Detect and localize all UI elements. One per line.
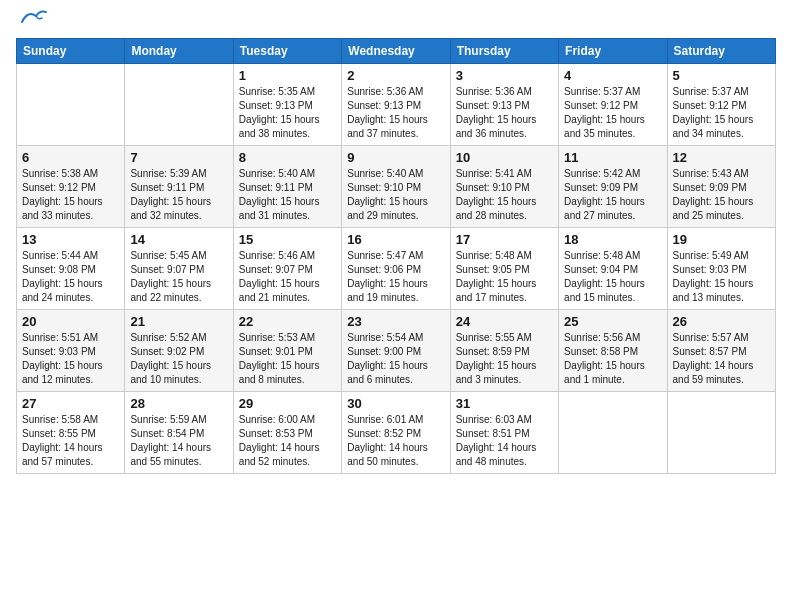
calendar-week-row: 1Sunrise: 5:35 AM Sunset: 9:13 PM Daylig… <box>17 64 776 146</box>
calendar-cell: 4Sunrise: 5:37 AM Sunset: 9:12 PM Daylig… <box>559 64 667 146</box>
day-number: 6 <box>22 150 119 165</box>
day-number: 12 <box>673 150 770 165</box>
calendar-cell: 16Sunrise: 5:47 AM Sunset: 9:06 PM Dayli… <box>342 228 450 310</box>
calendar-cell: 21Sunrise: 5:52 AM Sunset: 9:02 PM Dayli… <box>125 310 233 392</box>
cell-sun-info: Sunrise: 5:38 AM Sunset: 9:12 PM Dayligh… <box>22 167 119 223</box>
day-number: 27 <box>22 396 119 411</box>
day-number: 9 <box>347 150 444 165</box>
day-number: 14 <box>130 232 227 247</box>
cell-sun-info: Sunrise: 5:44 AM Sunset: 9:08 PM Dayligh… <box>22 249 119 305</box>
cell-sun-info: Sunrise: 5:37 AM Sunset: 9:12 PM Dayligh… <box>673 85 770 141</box>
cell-sun-info: Sunrise: 5:43 AM Sunset: 9:09 PM Dayligh… <box>673 167 770 223</box>
calendar-cell <box>667 392 775 474</box>
calendar-cell: 12Sunrise: 5:43 AM Sunset: 9:09 PM Dayli… <box>667 146 775 228</box>
calendar-cell: 18Sunrise: 5:48 AM Sunset: 9:04 PM Dayli… <box>559 228 667 310</box>
cell-sun-info: Sunrise: 5:35 AM Sunset: 9:13 PM Dayligh… <box>239 85 336 141</box>
day-number: 20 <box>22 314 119 329</box>
calendar-cell: 9Sunrise: 5:40 AM Sunset: 9:10 PM Daylig… <box>342 146 450 228</box>
calendar-cell: 24Sunrise: 5:55 AM Sunset: 8:59 PM Dayli… <box>450 310 558 392</box>
calendar-week-row: 6Sunrise: 5:38 AM Sunset: 9:12 PM Daylig… <box>17 146 776 228</box>
calendar-cell: 13Sunrise: 5:44 AM Sunset: 9:08 PM Dayli… <box>17 228 125 310</box>
calendar-cell: 14Sunrise: 5:45 AM Sunset: 9:07 PM Dayli… <box>125 228 233 310</box>
calendar-week-row: 13Sunrise: 5:44 AM Sunset: 9:08 PM Dayli… <box>17 228 776 310</box>
calendar-cell: 23Sunrise: 5:54 AM Sunset: 9:00 PM Dayli… <box>342 310 450 392</box>
day-number: 26 <box>673 314 770 329</box>
day-number: 17 <box>456 232 553 247</box>
calendar-cell: 6Sunrise: 5:38 AM Sunset: 9:12 PM Daylig… <box>17 146 125 228</box>
calendar-cell <box>125 64 233 146</box>
cell-sun-info: Sunrise: 5:59 AM Sunset: 8:54 PM Dayligh… <box>130 413 227 469</box>
cell-sun-info: Sunrise: 6:01 AM Sunset: 8:52 PM Dayligh… <box>347 413 444 469</box>
day-number: 16 <box>347 232 444 247</box>
calendar-week-row: 20Sunrise: 5:51 AM Sunset: 9:03 PM Dayli… <box>17 310 776 392</box>
cell-sun-info: Sunrise: 5:36 AM Sunset: 9:13 PM Dayligh… <box>456 85 553 141</box>
weekday-header-tuesday: Tuesday <box>233 39 341 64</box>
cell-sun-info: Sunrise: 5:58 AM Sunset: 8:55 PM Dayligh… <box>22 413 119 469</box>
calendar-cell: 17Sunrise: 5:48 AM Sunset: 9:05 PM Dayli… <box>450 228 558 310</box>
cell-sun-info: Sunrise: 5:39 AM Sunset: 9:11 PM Dayligh… <box>130 167 227 223</box>
calendar-table: SundayMondayTuesdayWednesdayThursdayFrid… <box>16 38 776 474</box>
calendar-cell: 1Sunrise: 5:35 AM Sunset: 9:13 PM Daylig… <box>233 64 341 146</box>
cell-sun-info: Sunrise: 6:00 AM Sunset: 8:53 PM Dayligh… <box>239 413 336 469</box>
weekday-header-wednesday: Wednesday <box>342 39 450 64</box>
calendar-cell: 29Sunrise: 6:00 AM Sunset: 8:53 PM Dayli… <box>233 392 341 474</box>
cell-sun-info: Sunrise: 5:37 AM Sunset: 9:12 PM Dayligh… <box>564 85 661 141</box>
calendar-cell: 11Sunrise: 5:42 AM Sunset: 9:09 PM Dayli… <box>559 146 667 228</box>
cell-sun-info: Sunrise: 5:51 AM Sunset: 9:03 PM Dayligh… <box>22 331 119 387</box>
weekday-header-thursday: Thursday <box>450 39 558 64</box>
cell-sun-info: Sunrise: 5:48 AM Sunset: 9:04 PM Dayligh… <box>564 249 661 305</box>
cell-sun-info: Sunrise: 5:49 AM Sunset: 9:03 PM Dayligh… <box>673 249 770 305</box>
cell-sun-info: Sunrise: 5:56 AM Sunset: 8:58 PM Dayligh… <box>564 331 661 387</box>
cell-sun-info: Sunrise: 5:45 AM Sunset: 9:07 PM Dayligh… <box>130 249 227 305</box>
day-number: 4 <box>564 68 661 83</box>
weekday-header-row: SundayMondayTuesdayWednesdayThursdayFrid… <box>17 39 776 64</box>
calendar-cell: 31Sunrise: 6:03 AM Sunset: 8:51 PM Dayli… <box>450 392 558 474</box>
cell-sun-info: Sunrise: 5:55 AM Sunset: 8:59 PM Dayligh… <box>456 331 553 387</box>
cell-sun-info: Sunrise: 6:03 AM Sunset: 8:51 PM Dayligh… <box>456 413 553 469</box>
cell-sun-info: Sunrise: 5:53 AM Sunset: 9:01 PM Dayligh… <box>239 331 336 387</box>
day-number: 29 <box>239 396 336 411</box>
cell-sun-info: Sunrise: 5:46 AM Sunset: 9:07 PM Dayligh… <box>239 249 336 305</box>
day-number: 24 <box>456 314 553 329</box>
day-number: 5 <box>673 68 770 83</box>
day-number: 15 <box>239 232 336 247</box>
day-number: 1 <box>239 68 336 83</box>
calendar-cell: 22Sunrise: 5:53 AM Sunset: 9:01 PM Dayli… <box>233 310 341 392</box>
calendar-cell <box>17 64 125 146</box>
calendar-cell: 3Sunrise: 5:36 AM Sunset: 9:13 PM Daylig… <box>450 64 558 146</box>
weekday-header-monday: Monday <box>125 39 233 64</box>
calendar-cell: 27Sunrise: 5:58 AM Sunset: 8:55 PM Dayli… <box>17 392 125 474</box>
cell-sun-info: Sunrise: 5:47 AM Sunset: 9:06 PM Dayligh… <box>347 249 444 305</box>
cell-sun-info: Sunrise: 5:54 AM Sunset: 9:00 PM Dayligh… <box>347 331 444 387</box>
calendar-cell: 25Sunrise: 5:56 AM Sunset: 8:58 PM Dayli… <box>559 310 667 392</box>
calendar-cell: 28Sunrise: 5:59 AM Sunset: 8:54 PM Dayli… <box>125 392 233 474</box>
page-header <box>16 16 776 26</box>
calendar-cell: 10Sunrise: 5:41 AM Sunset: 9:10 PM Dayli… <box>450 146 558 228</box>
calendar-cell: 8Sunrise: 5:40 AM Sunset: 9:11 PM Daylig… <box>233 146 341 228</box>
day-number: 8 <box>239 150 336 165</box>
weekday-header-friday: Friday <box>559 39 667 64</box>
cell-sun-info: Sunrise: 5:40 AM Sunset: 9:11 PM Dayligh… <box>239 167 336 223</box>
day-number: 22 <box>239 314 336 329</box>
weekday-header-saturday: Saturday <box>667 39 775 64</box>
cell-sun-info: Sunrise: 5:36 AM Sunset: 9:13 PM Dayligh… <box>347 85 444 141</box>
logo <box>16 16 48 26</box>
day-number: 28 <box>130 396 227 411</box>
calendar-cell: 26Sunrise: 5:57 AM Sunset: 8:57 PM Dayli… <box>667 310 775 392</box>
day-number: 10 <box>456 150 553 165</box>
day-number: 25 <box>564 314 661 329</box>
calendar-cell: 7Sunrise: 5:39 AM Sunset: 9:11 PM Daylig… <box>125 146 233 228</box>
day-number: 2 <box>347 68 444 83</box>
calendar-cell: 30Sunrise: 6:01 AM Sunset: 8:52 PM Dayli… <box>342 392 450 474</box>
cell-sun-info: Sunrise: 5:52 AM Sunset: 9:02 PM Dayligh… <box>130 331 227 387</box>
calendar-week-row: 27Sunrise: 5:58 AM Sunset: 8:55 PM Dayli… <box>17 392 776 474</box>
day-number: 19 <box>673 232 770 247</box>
cell-sun-info: Sunrise: 5:48 AM Sunset: 9:05 PM Dayligh… <box>456 249 553 305</box>
weekday-header-sunday: Sunday <box>17 39 125 64</box>
day-number: 18 <box>564 232 661 247</box>
day-number: 11 <box>564 150 661 165</box>
day-number: 21 <box>130 314 227 329</box>
day-number: 31 <box>456 396 553 411</box>
cell-sun-info: Sunrise: 5:41 AM Sunset: 9:10 PM Dayligh… <box>456 167 553 223</box>
logo-bird-icon <box>20 8 48 26</box>
